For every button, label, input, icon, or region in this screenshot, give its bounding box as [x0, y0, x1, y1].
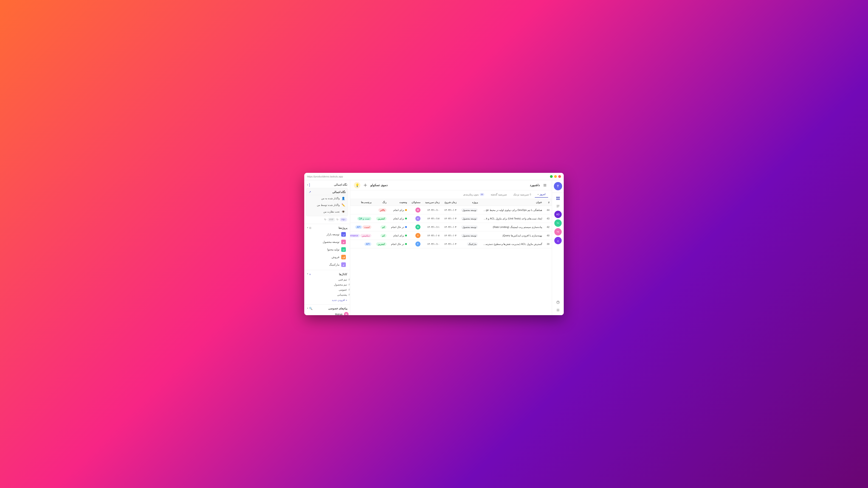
plus-icon: +: [346, 299, 347, 302]
menu-icon[interactable]: [542, 182, 548, 189]
channels-section-header[interactable]: کانال‌ها + ▾: [304, 271, 350, 277]
sidebar-projects-icon[interactable]: [555, 203, 561, 209]
app-window: https://productdemo.taskulu.app T AD: [304, 173, 564, 315]
help-icon[interactable]: [555, 299, 561, 305]
cell-priority: بالاتر: [374, 206, 389, 215]
table-row[interactable]: 38 گسترش ماژول ACL (مدیریت نقش‌ها و سطوح…: [350, 240, 552, 248]
svg-rect-1: [558, 197, 560, 198]
status-dot: [405, 209, 407, 211]
assigned-by-me-icon: ✏️: [341, 203, 345, 207]
project-badge-ad[interactable]: AD: [554, 211, 562, 218]
channel-item-tech_team[interactable]: # تیم فنی: [304, 277, 350, 282]
dropdown-link-icon[interactable]: ↗: [309, 190, 311, 194]
sidebar-item-marketing[interactable]: م مارکتینگ: [306, 261, 348, 268]
svg-point-6: [365, 185, 366, 186]
dropdown-item-watched-by-me[interactable]: 👁️ تحت نظارت من: [306, 208, 348, 215]
content-area: داشبورد دموی تسکولو 💡 امروز ●: [350, 180, 552, 315]
add-channel-row: + افزودن جدید: [304, 297, 350, 303]
settings-icon[interactable]: [555, 307, 561, 313]
overview-title: نگاه اجمالی: [334, 183, 347, 186]
maximize-window-btn[interactable]: [550, 175, 553, 178]
project-label: توسعه بازار: [327, 233, 339, 236]
dropdown-item-assigned-by-me[interactable]: ✏️ واگذار شده توسط من: [306, 202, 348, 208]
add-channel-button[interactable]: + افزودن جدید: [307, 298, 347, 302]
project-icon: م: [341, 240, 346, 244]
table-header-row: # عنوان پروژه زمان شروع زمان سررسید مسئو…: [350, 199, 552, 206]
project-badge-te[interactable]: TE: [554, 228, 562, 235]
svg-rect-0: [556, 197, 558, 198]
project-label: مارکتینگ: [329, 263, 339, 266]
sidebar-item-sales[interactable]: ف فروش: [306, 253, 348, 261]
hash-icon: #: [348, 283, 350, 286]
projects-list: ب توسعه بازار م توسعه محصول ت تولید محتو…: [304, 230, 350, 268]
tabs-bar: امروز ● 0 سررسید نزدیک سررسید گذشته ۴۴ ب…: [350, 190, 552, 199]
table-row[interactable]: 44 هماهنگی با تیم DevOps برای دیپلوی اول…: [350, 206, 552, 215]
projects-section-header[interactable]: پروژه‌ها ⊞ ▾: [304, 225, 350, 230]
dropdown-title: نگاه اجمالی: [332, 191, 346, 194]
dm-list: M Mahak A Ali N Nastaran Y Yeganeh M Mah…: [304, 311, 350, 315]
dm-avatar: M: [344, 312, 348, 315]
bulb-icon[interactable]: 💡: [354, 182, 360, 189]
status-dot: [405, 226, 407, 228]
cell-title: پیاده‌سازی سیستم ریت لیمیتینگ (Rate Limi…: [480, 223, 545, 231]
assignee-avatar: N: [415, 225, 421, 230]
tab-due-soon[interactable]: 0 سررسید نزدیک: [510, 192, 534, 197]
right-icon-sidebar: T AD TA TE چ: [552, 180, 564, 315]
sidebar-item-product[interactable]: م توسعه محصول: [306, 238, 348, 246]
channel-item-support[interactable]: # پشتیبانی: [304, 292, 350, 297]
app-logo[interactable]: T: [554, 182, 562, 190]
channel-label: تیم محصول: [334, 283, 347, 286]
tab-today[interactable]: امروز ●: [535, 191, 548, 198]
add-channel-btn-icon[interactable]: +: [309, 272, 311, 276]
channel-label: پشتیبانی: [337, 293, 347, 296]
svg-rect-2: [556, 199, 558, 200]
minimize-window-btn[interactable]: [554, 175, 557, 178]
tab-no-schedule[interactable]: ۴۴ بدون زمان‌بندی: [460, 192, 487, 197]
overview-section-header[interactable]: نگاه اجمالی [ ▾: [304, 182, 350, 188]
projects-grid-icon[interactable]: ⊞: [309, 226, 311, 230]
task-table: # عنوان پروژه زمان شروع زمان سررسید مسئو…: [350, 199, 552, 248]
projects-collapse-icon[interactable]: ▾: [307, 226, 308, 230]
cell-priority: کمترین: [374, 215, 389, 223]
cell-title: بهینه‌سازی با افزودن ایندکس‌ها jQuery: [480, 231, 545, 240]
channel-item-general[interactable]: # عمومی: [304, 287, 350, 292]
cell-project: مارکتینگ: [459, 240, 480, 248]
close-window-btn[interactable]: [558, 175, 561, 178]
dm-section-header[interactable]: پیام‌های خصوصی 🔍 ▾: [304, 306, 350, 311]
sidebar-dashboard-icon[interactable]: [555, 195, 561, 201]
overview-collapse-icon[interactable]: ▾: [307, 184, 308, 186]
dm-search-icon[interactable]: 🔍: [309, 307, 312, 310]
project-badge-chat[interactable]: چ: [554, 237, 562, 244]
table-row[interactable]: 43 ایجاد تست‌های واحد (Unit Tests) برای …: [350, 215, 552, 223]
status-dot: [405, 243, 407, 245]
cell-start: ۱۴۰۳/۱۰/۰۴: [442, 206, 459, 215]
sidebar-item-market[interactable]: ب توسعه بازار: [306, 231, 348, 238]
cell-project: توسعه محصول: [459, 206, 480, 215]
address-bar[interactable]: https://productdemo.taskulu.app: [307, 175, 343, 178]
table-row[interactable]: 42 پیاده‌سازی سیستم ریت لیمیتینگ (Rate L…: [350, 223, 552, 231]
cell-due: ۱۴۰۳/۱۰/۰۷: [423, 231, 442, 240]
dm-label: Mahak: [335, 313, 343, 315]
col-header-start: زمان شروع: [442, 199, 459, 206]
cell-due: ۱۴۰۳/۱۰/۱۰: [423, 240, 442, 248]
cell-tags: دینامیسPerformance: [350, 231, 374, 240]
watched-by-me-icon: 👁️: [341, 210, 345, 214]
tab-overdue[interactable]: سررسید گذشته: [488, 192, 509, 197]
settings-header-icon[interactable]: [362, 182, 369, 189]
tag-badge: Performance: [350, 234, 360, 237]
project-badge-ta[interactable]: TA: [554, 220, 562, 227]
cell-assignee: A: [409, 215, 423, 223]
dm-collapse-icon[interactable]: ▾: [307, 307, 308, 310]
dropdown-item-assigned-to-me[interactable]: 👤 واگذار شده به من: [306, 195, 348, 202]
dropdown-title-bar: نگاه اجمالی ↗: [306, 189, 348, 195]
sidebar-item-content[interactable]: ت تولید محتوا: [306, 246, 348, 253]
overview-expand-icon[interactable]: [: [309, 183, 310, 187]
cell-status: برای انجام: [389, 231, 409, 240]
cell-due: ۱۴۰۳/۱۰/۱۰: [423, 206, 442, 215]
table-row[interactable]: 40 بهینه‌سازی با افزودن ایندکس‌ها jQuery…: [350, 231, 552, 240]
channel-item-product_team[interactable]: # تیم محصول: [304, 282, 350, 287]
priority-badge: کم: [380, 234, 386, 237]
channels-collapse-icon[interactable]: ▾: [307, 272, 308, 276]
dm-item-mahak[interactable]: M Mahak: [304, 311, 350, 315]
cell-priority: کم: [374, 231, 389, 240]
